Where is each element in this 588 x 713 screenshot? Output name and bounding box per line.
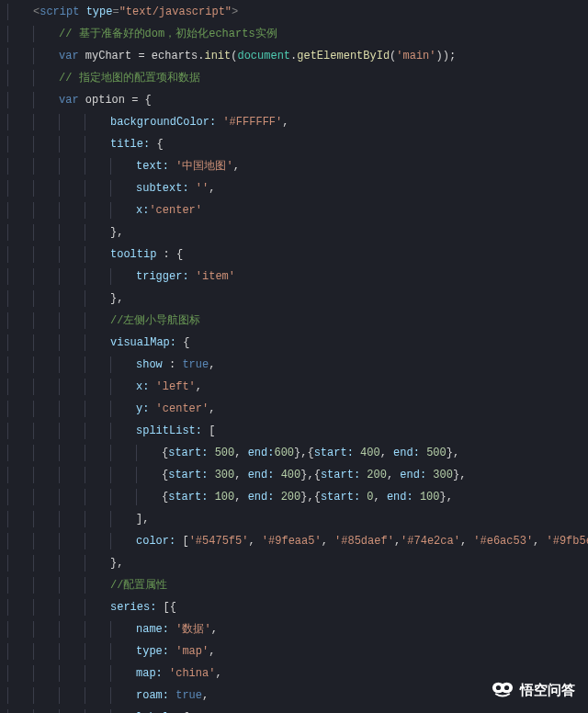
- code-line: // 基于准备好的dom，初始化echarts实例: [7, 26, 581, 48]
- code-line: tooltip : {: [7, 246, 581, 268]
- watermark: 悟空问答: [491, 680, 575, 701]
- code-line: {start: 100, end: 200},{start: 0, end: 1…: [7, 489, 581, 511]
- watermark-icon: [491, 681, 514, 699]
- code-line: //左侧小导航图标: [7, 312, 581, 334]
- code-line: y: 'center',: [7, 401, 581, 423]
- code-line: var option = {: [7, 92, 581, 114]
- code-line: label: {: [7, 709, 581, 713]
- code-line: title: {: [7, 136, 581, 158]
- code-line: subtext: '',: [7, 180, 581, 202]
- code-line: <script type="text/javascript">: [7, 4, 581, 26]
- code-line: ],: [7, 511, 581, 533]
- code-line: x: 'left',: [7, 379, 581, 401]
- code-line: // 指定地图的配置项和数据: [7, 70, 581, 92]
- code-line: visualMap: {: [7, 334, 581, 356]
- watermark-text: 悟空问答: [520, 680, 575, 701]
- code-line: type: 'map',: [7, 643, 581, 665]
- code-line: },: [7, 290, 581, 312]
- code-line: text: '中国地图',: [7, 158, 581, 180]
- code-line: {start: 500, end:600},{start: 400, end: …: [7, 445, 581, 467]
- code-line: show : true,: [7, 356, 581, 379]
- svg-point-3: [504, 685, 509, 690]
- code-line: x:'center': [7, 202, 581, 224]
- code-line: splitList: [: [7, 423, 581, 445]
- code-line: name: '数据',: [7, 621, 581, 643]
- code-line: },: [7, 224, 581, 246]
- code-editor: <script type="text/javascript">// 基于准备好的…: [0, 0, 588, 713]
- code-line: trigger: 'item': [7, 268, 581, 290]
- code-line: backgroundColor: '#FFFFFF',: [7, 114, 581, 136]
- code-line: {start: 300, end: 400},{start: 200, end:…: [7, 467, 581, 489]
- svg-point-2: [496, 685, 501, 690]
- code-line: color: ['#5475f5', '#9feaa5', '#85daef',…: [7, 533, 581, 555]
- code-line: //配置属性: [7, 577, 581, 599]
- code-line: series: [{: [7, 599, 581, 621]
- code-line: },: [7, 555, 581, 577]
- code-line: var myChart = echarts.init(document.getE…: [7, 48, 581, 70]
